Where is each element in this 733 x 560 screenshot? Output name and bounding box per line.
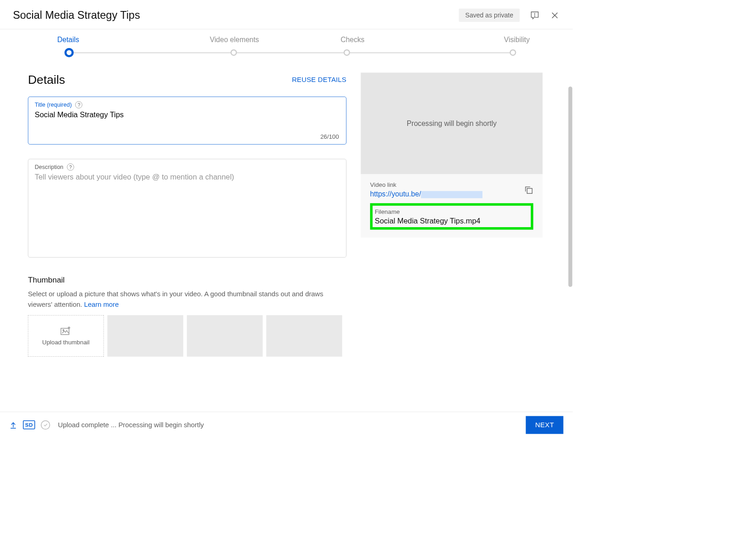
dialog-header: Social Media Strategy Tips Saved as priv…	[0, 0, 573, 29]
title-char-counter: 26/100	[320, 133, 339, 141]
help-icon[interactable]: ?	[75, 101, 82, 109]
header-actions: Saved as private	[459, 9, 560, 22]
upload-footer: SD Upload complete ... Processing will b…	[0, 412, 573, 437]
svg-point-1	[535, 16, 535, 16]
vertical-scrollbar[interactable]	[568, 37, 573, 348]
step-node-details[interactable]	[65, 48, 74, 57]
thumbnail-placeholder[interactable]	[187, 315, 263, 357]
upload-stepper: Details Video elements Checks Visibility	[0, 29, 573, 62]
filename-highlight-box: Filename Social Media Strategy Tips.mp4	[370, 203, 533, 230]
title-input[interactable]	[35, 110, 340, 119]
step-visibility[interactable]: Visibility	[411, 36, 530, 44]
step-node-checks[interactable]	[344, 49, 350, 56]
thumbnail-learn-more-link[interactable]: Learn more	[84, 300, 119, 308]
dialog-title: Social Media Strategy Tips	[13, 9, 140, 22]
copy-link-icon[interactable]	[524, 185, 533, 194]
details-panel: Details REUSE DETAILS Title (required) ?…	[28, 73, 346, 373]
add-image-icon	[60, 326, 71, 335]
video-preview: Processing will begin shortly	[361, 73, 543, 174]
description-field-label: Description	[35, 164, 64, 170]
upload-icon	[9, 420, 17, 429]
check-circle-icon	[41, 420, 50, 430]
step-video-elements[interactable]: Video elements	[175, 36, 294, 44]
description-field[interactable]: Description ?	[28, 159, 346, 258]
step-checks[interactable]: Checks	[294, 36, 412, 44]
saved-status-badge: Saved as private	[459, 9, 520, 22]
thumbnail-description: Select or upload a picture that shows wh…	[28, 289, 346, 310]
filename-label: Filename	[375, 208, 529, 216]
video-link-label: Video link	[370, 181, 483, 189]
step-node-visibility[interactable]	[510, 49, 516, 56]
thumbnail-section: Thumbnail Select or upload a picture tha…	[28, 276, 346, 357]
svg-rect-6	[527, 188, 532, 193]
video-link-redacted	[421, 191, 482, 198]
thumbnail-placeholder[interactable]	[107, 315, 183, 357]
thumbnail-heading: Thumbnail	[28, 276, 346, 285]
video-link-value[interactable]: https://youtu.be/	[370, 190, 483, 198]
next-button[interactable]: NEXT	[526, 416, 563, 434]
upload-thumbnail-label: Upload thumbnail	[42, 339, 89, 346]
scrollbar-thumb[interactable]	[569, 87, 573, 287]
sd-badge: SD	[23, 420, 35, 430]
filename-value: Social Media Strategy Tips.mp4	[375, 217, 529, 225]
svg-rect-4	[61, 328, 69, 335]
step-details[interactable]: Details	[43, 36, 175, 44]
preview-status-text: Processing will begin shortly	[407, 120, 497, 128]
upload-status-text: Upload complete ... Processing will begi…	[58, 421, 203, 429]
svg-point-5	[63, 330, 64, 331]
feedback-icon[interactable]	[530, 10, 540, 20]
help-icon[interactable]: ?	[67, 163, 74, 171]
description-input[interactable]	[35, 173, 340, 244]
close-icon[interactable]	[550, 10, 560, 20]
reuse-details-button[interactable]: REUSE DETAILS	[292, 76, 346, 83]
thumbnail-placeholder[interactable]	[266, 315, 342, 357]
title-field[interactable]: Title (required) ? 26/100	[28, 97, 346, 145]
details-heading: Details	[28, 73, 65, 87]
preview-panel: Processing will begin shortly Video link…	[361, 73, 543, 373]
upload-thumbnail-button[interactable]: Upload thumbnail	[28, 315, 104, 357]
step-node-video-elements[interactable]	[230, 49, 237, 56]
title-field-label: Title (required)	[35, 102, 72, 108]
